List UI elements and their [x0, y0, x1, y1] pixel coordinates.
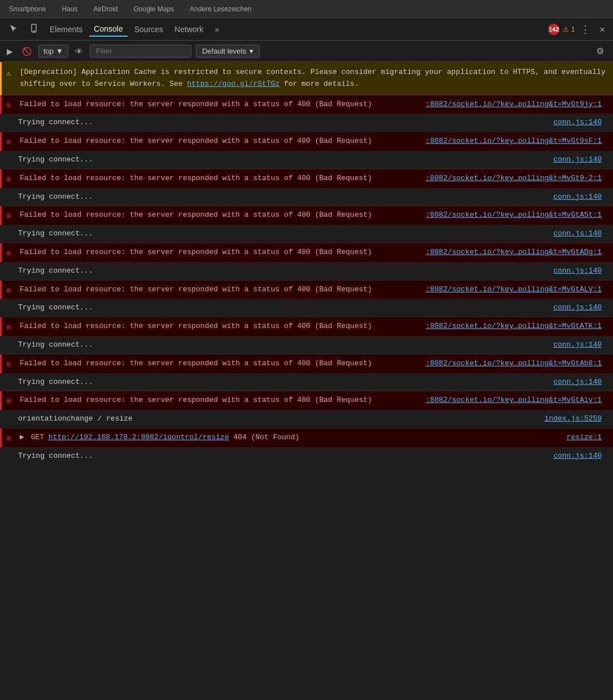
deprecation-warning-message: ⚠ [Deprecation] Application Cache is res… [0, 62, 613, 95]
error-message-2: ⊗ :8082/socket.io/?key…polling&t=MvGt9sF… [0, 132, 613, 151]
log-file-link-last[interactable]: conn.js:140 [553, 450, 602, 462]
error-text-1: Failed to load resource: the server resp… [20, 100, 372, 108]
get-error-text: ▶ GET http://192.168.178.2:8082/iqontrol… [20, 433, 300, 441]
log-text-orientation: orientationchange / resize [18, 414, 133, 423]
file-link-5[interactable]: :8082/socket.io/?key…polling&t=MvGtADg:1 [426, 247, 602, 259]
context-dropdown-arrow: ▼ [56, 47, 63, 55]
tab-smartphone[interactable]: Smartphone [5, 3, 50, 15]
error-icon-4: ⊗ [6, 210, 11, 222]
tab-haus[interactable]: Haus [57, 3, 82, 15]
log-message-8: conn.js:140 Trying connect... [0, 374, 613, 392]
console-toolbar: ▶ 🚫 top ▼ 👁 Default levels ▾ ⚙ [0, 41, 613, 62]
deprecation-link[interactable]: https://goo.gl/rStTGz [187, 80, 279, 88]
log-file-link-5[interactable]: conn.js:140 [553, 265, 602, 277]
error-message-5: ⊗ :8082/socket.io/?key…polling&t=MvGtADg… [0, 243, 613, 262]
log-file-link-8[interactable]: conn.js:140 [553, 377, 602, 388]
warn-icon: ⚠ [6, 67, 11, 80]
log-text-3: Trying connect... [18, 193, 93, 201]
error-text-8: Failed to load resource: the server resp… [20, 359, 372, 368]
file-link-7[interactable]: :8082/socket.io/?key…polling&t=MvGtATK:1 [426, 321, 602, 333]
file-link-4[interactable]: :8082/socket.io/?key…polling&t=MvGtA5t:1 [426, 209, 602, 221]
log-file-link-7[interactable]: conn.js:140 [553, 339, 602, 351]
sources-tab[interactable]: Sources [130, 23, 168, 36]
error-text-3: Failed to load resource: the server resp… [20, 174, 372, 182]
deprecation-warning-text: [Deprecation] Application Cache is restr… [20, 68, 606, 88]
log-text-last: Trying connect... [18, 452, 93, 460]
devtools-toolbar: Elements Console Sources Network » 142 ⚠… [0, 18, 613, 41]
error-count-badge: 142 [548, 24, 559, 35]
more-tabs-button[interactable]: » [210, 23, 224, 36]
error-message-6: ⊗ :8082/socket.io/?key…polling&t=MvGtALV… [0, 281, 613, 300]
file-link-1[interactable]: :8082/socket.io/?key…polling&t=MvGt9jy:1 [426, 99, 602, 111]
execute-button[interactable]: ▶ [5, 45, 15, 58]
tab-airdroid[interactable]: AirDroid [89, 3, 122, 15]
error-text-2: Failed to load resource: the server resp… [20, 137, 372, 145]
log-file-link-3[interactable]: conn.js:140 [553, 191, 602, 203]
file-link-8[interactable]: :8082/socket.io/?key…polling&t=MvGtAb8:1 [426, 358, 602, 370]
log-file-link-6[interactable]: conn.js:140 [553, 302, 602, 314]
console-messages-area: ⚠ [Deprecation] Application Cache is res… [0, 62, 613, 466]
log-text-6: Trying connect... [18, 303, 93, 312]
file-link-9[interactable]: :8082/socket.io/?key…polling&t=MvGtAiy:1 [426, 395, 602, 406]
log-file-link-1[interactable]: conn.js:140 [553, 117, 602, 129]
more-options-button[interactable]: ⋮ [577, 23, 594, 36]
error-icon-9: ⊗ [6, 395, 11, 408]
expand-triangle-icon: ▶ [20, 433, 24, 441]
clear-console-button[interactable]: 🚫 [20, 45, 34, 58]
elements-tab[interactable]: Elements [45, 23, 87, 36]
levels-label: Default levels [202, 47, 246, 55]
error-icon-1: ⊗ [6, 99, 11, 112]
error-icon-3: ⊗ [6, 173, 11, 186]
mobile-toggle-button[interactable] [25, 21, 43, 37]
error-icon-7: ⊗ [6, 321, 11, 334]
settings-button[interactable]: ⚙ [592, 43, 608, 59]
error-message-7: ⊗ :8082/socket.io/?key…polling&t=MvGtATK… [0, 317, 613, 336]
levels-dropdown-arrow: ▾ [249, 47, 253, 55]
log-text-7: Trying connect... [18, 340, 93, 349]
error-message-8: ⊗ :8082/socket.io/?key…polling&t=MvGtAb8… [0, 355, 613, 374]
error-icon-6: ⊗ [6, 285, 11, 297]
cursor-tool-button[interactable] [5, 21, 23, 37]
get-error-icon: ⊗ [6, 432, 11, 445]
tab-other-bookmarks[interactable]: Andere Lesezeichen [185, 3, 256, 15]
get-error-resource-link[interactable]: http://192.168.178.2:8082/iqontrol/resiz… [49, 433, 229, 441]
log-message-5: conn.js:140 Trying connect... [0, 262, 613, 281]
log-message-3: conn.js:140 Trying connect... [0, 189, 613, 207]
eye-button[interactable]: 👁 [73, 45, 85, 58]
error-icon-8: ⊗ [6, 358, 11, 371]
close-devtools-button[interactable]: ✕ [596, 24, 608, 35]
log-text-1: Trying connect... [18, 118, 93, 126]
log-file-link-orientation[interactable]: index.js:5259 [545, 413, 602, 425]
error-icon-2: ⊗ [6, 136, 11, 148]
log-text-4: Trying connect... [18, 229, 93, 238]
error-text-4: Failed to load resource: the server resp… [20, 211, 372, 219]
log-file-link-2[interactable]: conn.js:140 [553, 154, 602, 166]
error-message-4: ⊗ :8082/socket.io/?key…polling&t=MvGtA5t… [0, 206, 613, 225]
get-error-file-link[interactable]: resize:1 [567, 432, 602, 444]
error-text-5: Failed to load resource: the server resp… [20, 248, 372, 256]
log-file-link-4[interactable]: conn.js:140 [553, 228, 602, 240]
log-text-5: Trying connect... [18, 266, 93, 275]
context-label: top [43, 47, 54, 55]
browser-tab-bar: Smartphone Haus AirDroid Google Maps And… [0, 0, 613, 18]
console-tab[interactable]: Console [89, 22, 127, 37]
file-link-3[interactable]: :8082/socket.io/?key…polling&t=MvGt9-2:1 [426, 173, 602, 185]
error-text-6: Failed to load resource: the server resp… [20, 285, 372, 294]
log-message-4: conn.js:140 Trying connect... [0, 225, 613, 243]
context-selector[interactable]: top ▼ [38, 45, 68, 58]
error-icon-5: ⊗ [6, 247, 11, 260]
log-message-7: conn.js:140 Trying connect... [0, 336, 613, 355]
get-error-message: ⊗ resize:1 ▶ GET http://192.168.178.2:80… [0, 428, 613, 448]
error-message-1: ⊗ :8082/socket.io/?key…polling&t=MvGt9jy… [0, 95, 613, 115]
error-message-9: ⊗ :8082/socket.io/?key…polling&t=MvGtAiy… [0, 391, 613, 410]
network-tab[interactable]: Network [170, 23, 208, 36]
log-text-2: Trying connect... [18, 155, 93, 164]
log-message-last: conn.js:140 Trying connect... [0, 448, 613, 466]
file-link-6[interactable]: :8082/socket.io/?key…polling&t=MvGtALV:1 [426, 284, 602, 296]
log-message-1: conn.js:140 Trying connect... [0, 114, 613, 132]
log-levels-button[interactable]: Default levels ▾ [196, 45, 260, 58]
file-link-2[interactable]: :8082/socket.io/?key…polling&t=MvGt9sF:1 [426, 135, 602, 147]
filter-input[interactable] [90, 45, 191, 58]
tab-google-maps[interactable]: Google Maps [129, 3, 178, 15]
log-orientation-change: index.js:5259 orientationchange / resize [0, 410, 613, 428]
